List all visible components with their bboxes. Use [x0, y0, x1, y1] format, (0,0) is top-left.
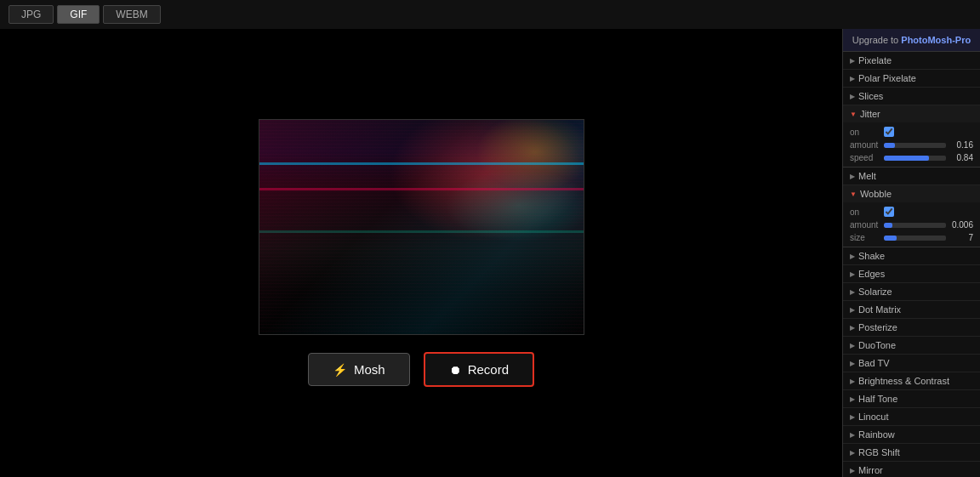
jitter-amount-value: 0.16 — [949, 140, 973, 150]
jitter-speed-value: 0.84 — [949, 153, 973, 162]
effect-bad-tv[interactable]: ▶ Bad TV — [843, 355, 980, 372]
effect-shake[interactable]: ▶ Shake — [843, 247, 980, 265]
arrow-icon: ▶ — [850, 378, 855, 385]
jitter-on-checkbox[interactable] — [884, 127, 894, 137]
tab-gif[interactable]: GIF — [57, 5, 100, 24]
jitter-amount-slider[interactable] — [884, 143, 946, 148]
wobble-size-row: size 7 — [843, 231, 980, 244]
effect-label: Mirror — [858, 465, 883, 475]
arrow-icon: ▶ — [850, 413, 855, 421]
jitter-on-row: on — [843, 125, 980, 139]
effect-pixelate[interactable]: ▶ Pixelate — [843, 52, 980, 70]
arrow-icon: ▶ — [850, 288, 855, 296]
effect-label: Solarize — [858, 287, 892, 297]
effect-label: DuoTone — [858, 340, 896, 350]
effect-section-wobble: ▼ Wobble on amount 0.006 size — [843, 185, 980, 247]
upgrade-brand: PhotoMosh-Pro — [901, 35, 971, 45]
effect-label: Linocut — [858, 412, 888, 422]
arrow-icon: ▶ — [850, 360, 855, 367]
top-bar: JPG GIF WEBM — [0, 0, 980, 29]
right-panel: Upgrade to PhotoMosh-Pro ▶ Pixelate ▶ Po… — [842, 29, 980, 477]
effect-label: Melt — [858, 171, 876, 181]
wobble-amount-slider[interactable] — [884, 223, 946, 228]
wobble-size-value: 7 — [949, 233, 973, 242]
effect-label: Bad TV — [858, 358, 890, 368]
jitter-speed-fill — [884, 156, 929, 161]
arrow-icon: ▶ — [850, 431, 855, 439]
effect-label: Shake — [858, 251, 885, 261]
mosh-label: Mosh — [354, 362, 385, 377]
wobble-on-checkbox[interactable] — [884, 207, 894, 217]
wobble-params: on amount 0.006 size 7 — [843, 202, 980, 247]
arrow-down-icon: ▼ — [850, 190, 857, 198]
effect-mirror[interactable]: ▶ Mirror — [843, 462, 980, 477]
effect-slices[interactable]: ▶ Slices — [843, 88, 980, 105]
jitter-speed-row: speed 0.84 — [843, 151, 980, 164]
wobble-amount-row: amount 0.006 — [843, 219, 980, 231]
effect-solarize[interactable]: ▶ Solarize — [843, 283, 980, 301]
wobble-amount-value: 0.006 — [949, 220, 973, 230]
effect-section-jitter: ▼ Jitter on amount 0.16 speed — [843, 105, 980, 168]
effect-duotone[interactable]: ▶ DuoTone — [843, 337, 980, 355]
arrow-icon: ▶ — [850, 253, 855, 260]
effect-label: Posterize — [858, 322, 897, 332]
effect-label: Jitter — [860, 109, 880, 119]
record-label: Record — [468, 362, 509, 377]
effect-label: Slices — [858, 91, 883, 101]
wobble-size-label: size — [850, 233, 880, 242]
arrow-icon: ▶ — [850, 395, 855, 403]
jitter-amount-fill — [884, 143, 895, 148]
effect-half-tone[interactable]: ▶ Half Tone — [843, 390, 980, 408]
effect-brightness-contrast[interactable]: ▶ Brightness & Contrast — [843, 372, 980, 390]
preview-image-inner — [259, 120, 584, 334]
effect-label: Dot Matrix — [858, 304, 901, 315]
mosh-icon: ⚡ — [333, 363, 347, 377]
effect-label: Pixelate — [858, 55, 892, 65]
canvas-area: ⚡ Mosh ⏺ Record — [0, 29, 842, 477]
effect-rgb-shift[interactable]: ▶ RGB Shift — [843, 444, 980, 462]
record-button[interactable]: ⏺ Record — [424, 352, 534, 387]
effect-linocut[interactable]: ▶ Linocut — [843, 408, 980, 426]
effect-dot-matrix[interactable]: ▶ Dot Matrix — [843, 301, 980, 319]
wobble-size-slider[interactable] — [884, 236, 946, 241]
arrow-icon: ▶ — [850, 270, 855, 278]
wobble-size-fill — [884, 236, 897, 241]
wobble-amount-fill — [884, 223, 892, 228]
effect-label: Wobble — [860, 189, 892, 199]
effect-edges[interactable]: ▶ Edges — [843, 265, 980, 283]
upgrade-link[interactable]: Upgrade to PhotoMosh-Pro — [852, 35, 971, 45]
effect-header-jitter[interactable]: ▼ Jitter — [843, 105, 980, 122]
effect-label: Edges — [858, 269, 885, 279]
effect-melt[interactable]: ▶ Melt — [843, 168, 980, 185]
arrow-icon: ▶ — [850, 93, 855, 100]
buttons-row: ⚡ Mosh ⏺ Record — [308, 352, 534, 387]
upgrade-banner: Upgrade to PhotoMosh-Pro — [843, 29, 980, 52]
preview-image — [259, 119, 584, 335]
jitter-params: on amount 0.16 speed 0.84 — [843, 122, 980, 167]
arrow-icon: ▶ — [850, 324, 855, 332]
jitter-amount-row: amount 0.16 — [843, 139, 980, 151]
tab-jpg[interactable]: JPG — [9, 5, 54, 24]
wobble-on-row: on — [843, 205, 980, 219]
arrow-icon: ▶ — [850, 306, 855, 314]
mosh-button[interactable]: ⚡ Mosh — [308, 353, 410, 386]
jitter-on-label: on — [850, 128, 880, 137]
arrow-icon: ▶ — [850, 57, 855, 65]
wobble-on-label: on — [850, 207, 880, 217]
effect-posterize[interactable]: ▶ Posterize — [843, 319, 980, 337]
effect-label: Half Tone — [858, 394, 897, 404]
effect-label: RGB Shift — [858, 447, 900, 457]
record-icon: ⏺ — [449, 363, 461, 377]
effect-label: Polar Pixelate — [858, 73, 916, 83]
wobble-amount-label: amount — [850, 220, 880, 230]
jitter-amount-label: amount — [850, 140, 880, 150]
effect-header-wobble[interactable]: ▼ Wobble — [843, 185, 980, 202]
tab-webm[interactable]: WEBM — [103, 5, 160, 24]
effect-polar-pixelate[interactable]: ▶ Polar Pixelate — [843, 70, 980, 88]
arrow-down-icon: ▼ — [850, 111, 857, 118]
effect-rainbow[interactable]: ▶ Rainbow — [843, 426, 980, 444]
arrow-icon: ▶ — [850, 75, 855, 82]
jitter-speed-label: speed — [850, 153, 880, 162]
effect-label: Rainbow — [858, 429, 895, 440]
jitter-speed-slider[interactable] — [884, 156, 946, 161]
